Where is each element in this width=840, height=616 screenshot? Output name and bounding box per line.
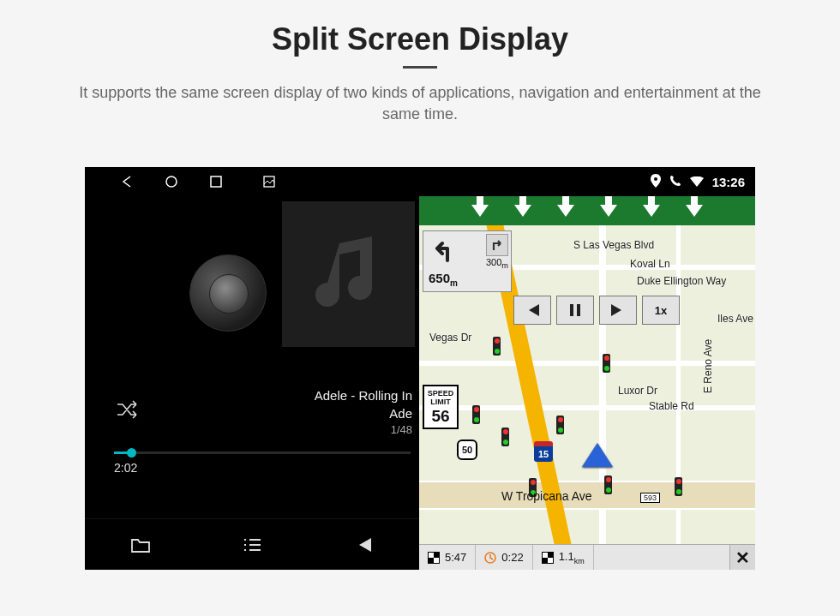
elapsed-time: 2:02	[114, 461, 411, 475]
turn-distance-unit: m	[450, 278, 458, 288]
track-artist: Ade	[315, 404, 412, 422]
traffic-light-icon	[472, 405, 480, 424]
clock-icon	[484, 552, 496, 564]
clock-time: 13:26	[712, 175, 745, 189]
track-title: Adele - Rolling In	[315, 386, 412, 404]
distance-cell[interactable]: 1.1km	[533, 545, 594, 570]
map-canvas[interactable]: S Las Vegas Blvd Koval Ln Duke Ellington…	[419, 225, 755, 544]
street-label: Iles Ave	[717, 313, 753, 325]
route-shield: 50	[457, 440, 477, 460]
turn-left-icon	[427, 235, 456, 264]
svg-point-3	[654, 177, 657, 181]
sim-next-button[interactable]	[599, 296, 637, 325]
turn-instruction-card: 300m 650m	[423, 230, 512, 292]
wifi-icon	[690, 175, 704, 189]
svg-rect-4	[570, 304, 573, 316]
speed-limit-label: SPEED LIMIT	[424, 389, 457, 406]
page-title: Split Screen Display	[0, 21, 840, 57]
traffic-light-icon	[493, 337, 501, 356]
sim-playback-controls: 1x	[513, 296, 680, 325]
previous-track-button[interactable]	[351, 533, 375, 557]
track-info: Adele - Rolling In Ade 1/48	[315, 386, 412, 438]
svg-rect-5	[577, 304, 580, 316]
lane-arrow-icon	[643, 205, 660, 217]
playlist-button[interactable]	[240, 533, 264, 557]
location-icon	[651, 174, 661, 190]
checkered-flag-icon	[428, 552, 440, 564]
volume-knob[interactable]	[189, 254, 267, 332]
android-nav-bar	[85, 167, 419, 196]
music-player-pane: Adele - Rolling In Ade 1/48 2:02	[85, 167, 419, 570]
seek-bar[interactable]	[114, 452, 411, 454]
track-index: 1/48	[315, 422, 412, 438]
traffic-light-icon	[603, 354, 610, 373]
image-icon	[261, 174, 277, 189]
close-button[interactable]: ✕	[729, 545, 755, 571]
vehicle-cursor-icon	[582, 443, 613, 467]
eta-value: 5:47	[445, 551, 466, 564]
phone-icon	[669, 175, 681, 189]
lane-arrow-icon	[600, 205, 617, 217]
svg-point-0	[166, 176, 177, 187]
distance-unit: km	[574, 556, 585, 565]
sim-prev-button[interactable]	[513, 296, 551, 325]
next-turn-distance: 300	[486, 257, 501, 267]
back-icon[interactable]	[119, 174, 135, 189]
lane-guidance-bar	[419, 196, 755, 225]
traffic-light-icon	[501, 428, 509, 446]
folder-button[interactable]	[129, 533, 153, 557]
interstate-shield: 15	[534, 441, 553, 462]
street-label: E Reno Ave	[702, 339, 714, 393]
device-screen: Adele - Rolling In Ade 1/48 2:02	[85, 167, 755, 570]
album-art-placeholder	[282, 201, 415, 347]
current-road-label: W Tropicana Ave	[501, 489, 592, 503]
time-remaining-value: 0:22	[501, 551, 523, 564]
status-bar-right: 13:26	[419, 167, 755, 196]
shuffle-button[interactable]	[116, 400, 141, 422]
svg-rect-2	[264, 176, 274, 187]
sim-pause-button[interactable]	[556, 296, 594, 325]
next-turn-unit: m	[501, 261, 508, 270]
lane-arrow-icon	[686, 205, 703, 217]
recents-icon[interactable]	[208, 174, 224, 189]
street-label: Stable Rd	[649, 400, 694, 412]
street-label: Duke Ellington Way	[637, 275, 726, 287]
next-turn-icon	[486, 234, 508, 256]
lane-arrow-icon	[514, 205, 531, 217]
turn-distance: 650	[429, 271, 450, 285]
speed-limit-sign: SPEED LIMIT 56	[423, 385, 459, 429]
time-remaining-cell[interactable]: 0:22	[476, 545, 532, 570]
speed-limit-value: 56	[424, 407, 457, 426]
street-label: Luxor Dr	[618, 385, 657, 397]
page-subtitle: It supports the same screen display of t…	[43, 82, 797, 146]
exit-number-sign: 593	[640, 493, 660, 503]
sim-speed-button[interactable]: 1x	[642, 296, 680, 325]
nav-footer-bar: 5:47 0:22 1.1km ✕	[419, 544, 755, 570]
eta-cell[interactable]: 5:47	[419, 545, 476, 570]
home-icon[interactable]	[164, 174, 179, 189]
lane-arrow-icon	[471, 205, 489, 217]
lane-arrow-icon	[557, 205, 574, 217]
street-label: Vegas Dr	[429, 332, 471, 344]
music-bottom-bar	[85, 518, 419, 570]
checkered-flag-icon	[542, 552, 554, 564]
svg-rect-1	[211, 176, 221, 187]
street-label: Koval Ln	[630, 258, 670, 270]
traffic-light-icon	[604, 475, 612, 494]
title-underline	[403, 66, 437, 69]
navigation-pane: 13:26 S Las Vegas Blvd Koval Ln Duke Ell…	[419, 167, 755, 570]
traffic-light-icon	[675, 477, 682, 496]
traffic-light-icon	[556, 416, 564, 434]
distance-value: 1.1	[559, 550, 574, 563]
street-label: S Las Vegas Blvd	[573, 239, 654, 251]
